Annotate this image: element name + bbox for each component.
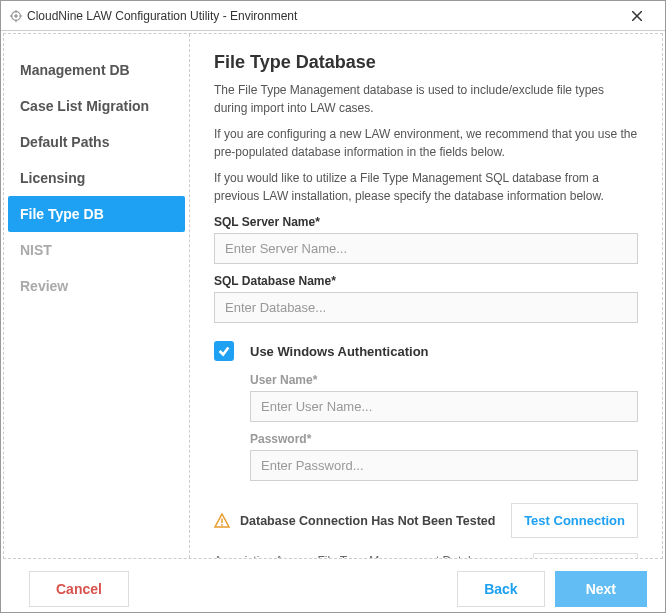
win-auth-label: Use Windows Authentication <box>250 344 429 359</box>
main-panel: File Type Database The File Type Managem… <box>189 34 662 558</box>
svg-point-1 <box>14 14 18 18</box>
svg-point-10 <box>221 524 223 526</box>
connection-status-text: Database Connection Has Not Been Tested <box>240 514 511 528</box>
password-input[interactable] <box>250 450 638 481</box>
sidebar-item-case-list-migration[interactable]: Case List Migration <box>4 88 189 124</box>
close-button[interactable] <box>617 2 657 30</box>
sidebar-item-management-db[interactable]: Management DB <box>4 52 189 88</box>
cancel-button[interactable]: Cancel <box>29 571 129 607</box>
app-icon <box>9 9 23 23</box>
import-ftm-button[interactable]: Import FTM <box>533 553 638 559</box>
win-auth-checkbox[interactable] <box>214 341 234 361</box>
sidebar-item-file-type-db[interactable]: File Type DB <box>8 196 185 232</box>
desc-3: If you would like to utilize a File Type… <box>214 169 638 205</box>
user-input[interactable] <box>250 391 638 422</box>
user-label: User Name* <box>250 373 638 387</box>
sidebar-item-review[interactable]: Review <box>4 268 189 304</box>
page-heading: File Type Database <box>214 52 638 73</box>
sidebar-item-licensing[interactable]: Licensing <box>4 160 189 196</box>
sql-db-input[interactable] <box>214 292 638 323</box>
back-button[interactable]: Back <box>457 571 544 607</box>
password-label: Password* <box>250 432 638 446</box>
sidebar: Management DB Case List Migration Defaul… <box>4 34 189 558</box>
warning-icon <box>214 513 230 529</box>
sidebar-item-nist[interactable]: NIST <box>4 232 189 268</box>
next-button[interactable]: Next <box>555 571 647 607</box>
titlebar: CloudNine LAW Configuration Utility - En… <box>1 1 665 31</box>
sql-db-label: SQL Database Name* <box>214 274 638 288</box>
footer: Cancel Back Next <box>1 561 665 613</box>
import-desc: An existing Access File Type Management … <box>214 552 521 558</box>
desc-2: If you are configuring a new LAW environ… <box>214 125 638 161</box>
test-connection-button[interactable]: Test Connection <box>511 503 638 538</box>
desc-1: The File Type Management database is use… <box>214 81 638 117</box>
sql-server-input[interactable] <box>214 233 638 264</box>
window-title: CloudNine LAW Configuration Utility - En… <box>27 9 617 23</box>
sidebar-item-default-paths[interactable]: Default Paths <box>4 124 189 160</box>
sql-server-label: SQL Server Name* <box>214 215 638 229</box>
